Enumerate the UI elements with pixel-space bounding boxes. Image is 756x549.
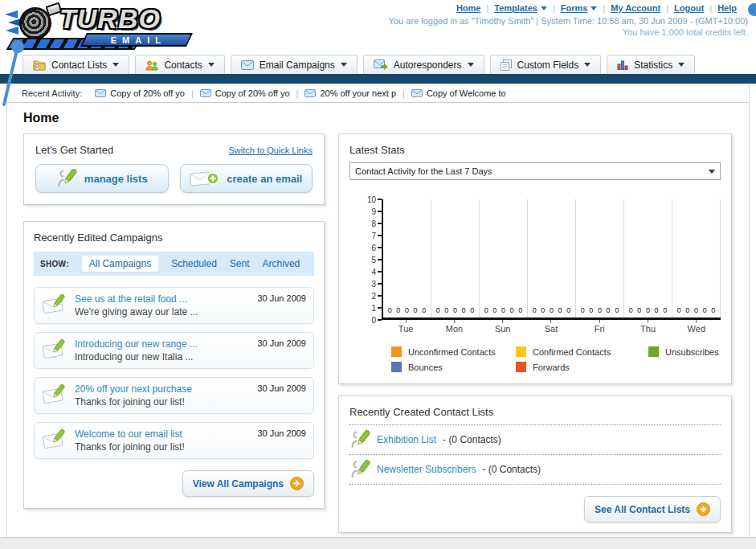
nav-separator: | xyxy=(553,3,555,13)
nav-link-my-account[interactable]: My Account xyxy=(611,3,660,13)
create-email-button[interactable]: create an email xyxy=(180,164,313,193)
campaign-title-link[interactable]: Welcome to our email list xyxy=(75,428,250,440)
bar-chart-icon xyxy=(617,59,628,70)
tab-contact-lists[interactable]: Contact Lists xyxy=(22,55,129,74)
filter-archived[interactable]: Archived xyxy=(263,258,300,269)
campaign-title-link[interactable]: Introducing our new range ... xyxy=(75,338,250,350)
nav-link-templates[interactable]: Templates xyxy=(494,3,547,13)
campaign-title-link[interactable]: See us at the retail food ... xyxy=(75,293,250,305)
recent-activity-text: Copy of 20% off yo xyxy=(110,88,185,98)
recent-activity-bar: Recent Activity: Copy of 20% off yo|Copy… xyxy=(7,84,749,103)
chart-value-label: 0 xyxy=(607,306,611,314)
logo-text: TURBO xyxy=(59,3,161,35)
recent-activity-item[interactable]: 20% off your next p xyxy=(304,88,396,98)
recent-contact-lists-panel: Recently Created Contact Lists Exhibitio… xyxy=(338,395,732,533)
filter-sent[interactable]: Sent xyxy=(230,258,250,269)
campaign-filter-bar: SHOW: All CampaignsScheduledSentArchived xyxy=(34,252,314,276)
campaign-title-link[interactable]: 20% off your next purchase xyxy=(75,383,250,395)
legend-label: Unsubscribes xyxy=(665,347,719,357)
main-content: Recent Activity: Copy of 20% off yo|Copy… xyxy=(6,84,750,537)
nav-link-logout[interactable]: Logout xyxy=(674,3,704,13)
recent-activity-item[interactable]: Copy of 20% off yo xyxy=(95,88,185,98)
x-tick-mark xyxy=(502,320,503,323)
chart-group: 00000 xyxy=(431,199,480,318)
envelope-pencil-icon xyxy=(42,293,67,318)
x-tick-mark xyxy=(406,320,407,323)
chart-value-label: 0 xyxy=(492,306,497,314)
login-status: You are logged in as "Timothy Smith" | S… xyxy=(389,16,748,26)
view-all-campaigns-label: View All Campaigns xyxy=(193,478,284,490)
chart-value-label: 0 xyxy=(550,306,554,314)
x-tick-text: Sun xyxy=(479,324,527,334)
x-tick-label: Sun xyxy=(479,320,527,334)
chart-group: 00000 xyxy=(624,199,672,318)
chart-value-label: 0 xyxy=(646,306,650,314)
see-all-contact-lists-button[interactable]: See All Contact Lists xyxy=(584,496,721,522)
nav-link-forms[interactable]: Forms xyxy=(561,3,598,13)
nav-separator: | xyxy=(709,3,712,13)
x-tick-mark xyxy=(696,320,697,323)
legend-item-bounces: Bounces xyxy=(391,362,516,372)
chart-legend: Unconfirmed ContactsConfirmed ContactsUn… xyxy=(391,346,721,372)
latest-stats-panel: Latest Stats Contact Activity for the La… xyxy=(338,133,732,384)
tab-custom-fields[interactable]: Custom Fields xyxy=(490,55,602,74)
recent-activity-item[interactable]: Copy of 20% off yo xyxy=(200,88,290,98)
x-tick-text: Tue xyxy=(382,324,430,334)
nav-link-home[interactable]: Home xyxy=(456,3,481,13)
recent-activity-label: Recent Activity: xyxy=(22,88,82,98)
chart-value-label: 0 xyxy=(510,306,514,314)
chart-value-label: 0 xyxy=(436,306,440,314)
chart-value-label: 0 xyxy=(629,306,633,314)
envelope-pencil-icon xyxy=(42,383,67,408)
tab-label: Autoresponders xyxy=(394,59,462,71)
contact-list-link[interactable]: Exhibition List xyxy=(377,434,436,445)
x-tick-text: Wed xyxy=(672,324,721,334)
chart-value-label: 0 xyxy=(396,306,400,314)
stats-period-select[interactable]: Contact Activity for the Last 7 Days xyxy=(349,162,721,180)
filter-all-campaigns[interactable]: All Campaigns xyxy=(82,256,158,272)
contact-activity-chart: 109876543210 000000000000000000000000000… xyxy=(349,199,721,320)
y-tick-text: 4 xyxy=(371,268,376,277)
x-tick-label: Tue xyxy=(382,320,430,334)
y-tick-label: 0 xyxy=(371,316,382,324)
chart-value-label: 0 xyxy=(589,306,593,314)
x-tick-text: Thu xyxy=(623,324,672,334)
x-tick-text: Sat xyxy=(527,324,575,334)
campaign-text: See us at the retail food ...We're givin… xyxy=(75,293,250,318)
footer-bar xyxy=(0,537,756,549)
contact-list-rows: Exhibition List - (0 Contacts)Newsletter… xyxy=(349,424,721,485)
campaign-text: Welcome to our email listThanks for join… xyxy=(75,428,250,453)
chart-value-label: 0 xyxy=(388,306,392,314)
tab-email-campaigns[interactable]: Email Campaigns xyxy=(231,55,358,74)
dotted-divider xyxy=(349,484,721,485)
campaign-date: 30 Jun 2009 xyxy=(257,428,306,453)
chart-value-label: 0 xyxy=(694,306,698,314)
contact-list-link[interactable]: Newsletter Subscribers xyxy=(377,464,476,475)
recent-activity-text: 20% off your next p xyxy=(320,88,396,98)
chart-value-label: 0 xyxy=(566,306,570,314)
chart-value-label: 0 xyxy=(558,306,562,314)
chart-value-label: 0 xyxy=(422,306,426,314)
recent-activity-text: Copy of 20% off yo xyxy=(215,88,290,98)
chart-value-labels: 00000 xyxy=(624,306,672,314)
legend-swatch xyxy=(516,362,526,372)
people-icon xyxy=(145,59,158,71)
tab-autoresponders[interactable]: Autoresponders xyxy=(363,55,484,74)
y-tick-label: 6 xyxy=(371,244,382,252)
top-nav: Home|Templates|Forms|My Account|Logout|H… xyxy=(389,3,737,13)
contact-list-row: Newsletter Subscribers - (0 Contacts) xyxy=(349,454,721,484)
campaign-date: 30 Jun 2009 xyxy=(257,338,306,363)
legend-swatch xyxy=(391,362,402,372)
view-all-campaigns-button[interactable]: View All Campaigns xyxy=(182,470,314,497)
tab-contacts[interactable]: Contacts xyxy=(135,55,224,74)
filter-scheduled[interactable]: Scheduled xyxy=(171,258,217,269)
tab-label: Email Campaigns xyxy=(259,59,335,71)
manage-lists-button[interactable]: manage lists xyxy=(35,164,169,193)
y-tick-label: 10 xyxy=(367,195,382,203)
caret-down-icon xyxy=(541,6,547,10)
tab-statistics[interactable]: Statistics xyxy=(607,55,695,74)
y-tick-text: 2 xyxy=(371,292,376,301)
switch-quick-links-link[interactable]: Switch to Quick Links xyxy=(228,145,313,155)
nav-link-help[interactable]: Help xyxy=(717,3,737,13)
recent-activity-item[interactable]: Copy of Welcome to xyxy=(411,88,506,98)
